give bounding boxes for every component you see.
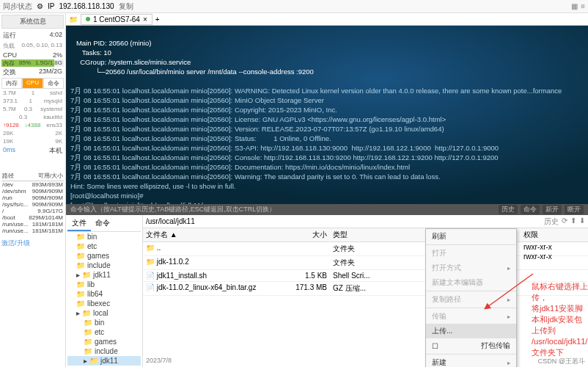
net-up: ↑9128	[3, 122, 19, 128]
load-value: 0.05, 0.10, 0.13	[21, 42, 62, 50]
tree-node[interactable]: 📁 include	[67, 346, 141, 356]
annotation-text: 鼠标右键选择上传，将jdk11安装脚本和jdk安装包上传到/usr/local/…	[532, 281, 588, 358]
col-type[interactable]: 类型	[330, 228, 374, 241]
proc-tabs[interactable]: 内存CPU命令	[1, 78, 64, 89]
col-size[interactable]: 大小	[290, 228, 330, 241]
tree-node[interactable]: 📁 games	[67, 337, 141, 346]
tree-node[interactable]: 📁 lib64	[67, 289, 141, 299]
history-label[interactable]: 历史	[544, 217, 559, 227]
hint-history[interactable]: 历史	[499, 205, 518, 214]
ctx-openwith: 打开方式▸	[426, 261, 516, 275]
ctx-editor: 新建文本编辑器	[426, 275, 516, 290]
cpu-label: CPU	[3, 51, 17, 59]
net-down: ↓4388	[25, 122, 41, 128]
footer-author: CSDN @王若斗	[538, 357, 585, 367]
command-hint: 命令输入（按ALT键提示历史,TAB键路径,ESC键返回,双击CTRL切换）	[70, 205, 276, 214]
file-row[interactable]: 📄 jdk11_install.sh1.5 KBShell Scri...	[143, 270, 588, 282]
col-name[interactable]: 文件名 ▲	[143, 228, 290, 241]
swap-value: 23M/2G	[39, 68, 62, 77]
tree-node[interactable]: ▸ 📁 jdk11	[67, 270, 141, 280]
tab-cmd[interactable]: 命令	[91, 217, 114, 231]
tree-node[interactable]: 📁 include	[67, 261, 141, 270]
fs-path-hdr: 路径	[2, 172, 14, 180]
settings-icon[interactable]: ⚙	[37, 2, 43, 10]
hint-cmd[interactable]: 命令	[521, 205, 540, 214]
tree-node[interactable]: 📁 libexec	[67, 299, 141, 308]
tree-node[interactable]: 📁 lib	[67, 280, 141, 289]
context-menu: 刷新 打开 打开方式▸ 新建文本编辑器 复制路径▸ 传输▸ 上传... ☐ 打包…	[425, 228, 517, 367]
terminal-output[interactable]: Main PID: 20560 (minio) Tasks: 10 CGroup…	[66, 26, 588, 204]
file-tree[interactable]: 文件命令 📁 bin📁 etc📁 games📁 include▸ 📁 jdk11…	[66, 215, 143, 367]
ctx-open: 打开	[426, 246, 516, 261]
terminal-tab-1[interactable]: 1 CentOS7-64×	[81, 14, 152, 25]
grid-icon[interactable]: ▦	[571, 2, 578, 10]
net-iface: ens33	[46, 122, 62, 128]
sync-status[interactable]: 同步状态	[3, 1, 32, 12]
upload-icon[interactable]: ⬆	[570, 217, 576, 227]
folder-icon[interactable]: 📁	[69, 15, 78, 23]
tree-node[interactable]: 📁 etc	[67, 327, 141, 337]
hint-disconnect[interactable]: 断开	[565, 205, 584, 214]
file-row[interactable]: 📄 jdk-11.0.2_linux-x64_bin.tar.gz171.3 M…	[143, 282, 588, 296]
props-panel: 权限用户/用户组 rwxr-xr-xroot/root rwxr-xr-xroo…	[521, 228, 588, 261]
tree-node[interactable]: 📁 etc	[67, 241, 141, 251]
sysinfo-header[interactable]: 系统信息	[1, 15, 64, 29]
props-perm-hdr: 权限	[521, 228, 588, 241]
menu-icon[interactable]: ≡	[581, 2, 585, 10]
activate-link[interactable]: 激活/升级	[1, 239, 64, 248]
localhost-label: 本机	[49, 146, 62, 156]
fs-size-hdr: 可用/大小	[38, 172, 63, 180]
close-icon[interactable]: ×	[143, 15, 147, 23]
ctx-copypath: 复制路径▸	[426, 292, 516, 307]
ip-label: IP	[48, 2, 54, 10]
ctx-transfer: 传输▸	[426, 309, 516, 324]
runtime-label: 运行	[3, 31, 16, 40]
ctx-pack[interactable]: ☐ 打包传输	[426, 338, 516, 353]
load-label: 负载	[3, 42, 15, 50]
add-tab-button[interactable]: +	[155, 15, 160, 23]
left-sidebar: 系统信息 运行4:02 负载0.05, 0.10, 0.13 CPU2% 内存8…	[0, 13, 66, 367]
ip-value: 192.168.118.130	[59, 2, 114, 10]
tree-node[interactable]: 📁 bin	[67, 318, 141, 327]
footer-date: 2023/7/8	[146, 357, 172, 367]
ctx-refresh[interactable]: 刷新	[426, 229, 516, 244]
ctx-upload[interactable]: 上传...	[426, 324, 516, 338]
tree-node[interactable]: 📁 bin	[67, 232, 141, 241]
hint-new[interactable]: 新开	[543, 205, 562, 214]
mem-bar: 内存85%1.5G/1.8G	[1, 59, 64, 67]
tree-node[interactable]: ▸ 📁 local	[67, 308, 141, 318]
tree-node[interactable]: 📁 games	[67, 251, 141, 261]
tree-node[interactable]: ▸ 📁 jdk11	[67, 356, 141, 366]
cpu-value: 2%	[53, 51, 62, 59]
download-icon[interactable]: ⬇	[579, 217, 585, 227]
runtime-value: 4:02	[49, 31, 62, 40]
swap-label: 交换	[3, 68, 16, 77]
refresh-icon[interactable]: ⟳	[562, 217, 567, 227]
copy-button[interactable]: 复制	[119, 1, 133, 12]
ping-ms: 0ms	[3, 146, 15, 156]
tab-files[interactable]: 文件	[67, 217, 91, 231]
path-breadcrumb[interactable]: /usr/local/jdk11	[146, 217, 195, 225]
